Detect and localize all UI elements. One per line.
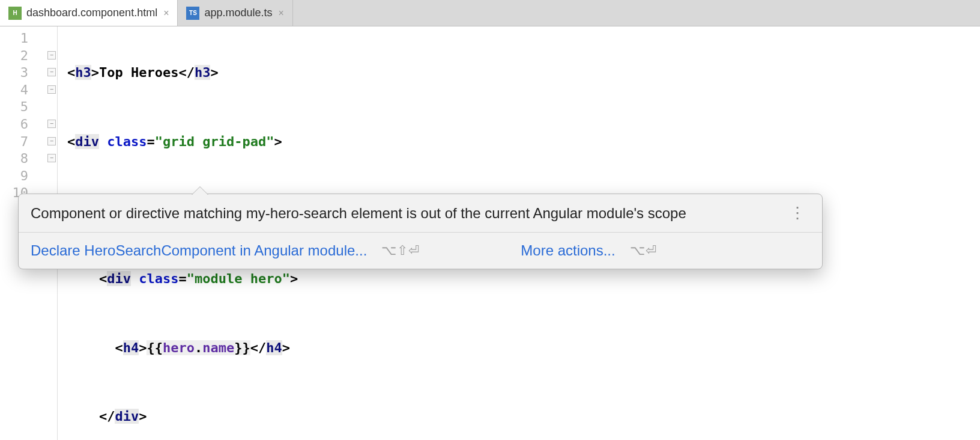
quote: " — [155, 134, 163, 149]
line-number: 2− — [0, 47, 57, 65]
popup-message: Component or directive matching my-hero-… — [31, 205, 686, 222]
tab-label: dashboard.component.html — [26, 7, 157, 19]
popup-arrow-icon — [192, 187, 208, 195]
tag-punct: > — [139, 409, 147, 424]
quote: " — [282, 271, 290, 286]
tab-bar: H dashboard.component.html × TS app.modu… — [0, 0, 980, 26]
tag-name: h4 — [266, 340, 282, 355]
expr-close: }} — [234, 340, 250, 355]
line-number: 6− — [0, 116, 57, 133]
fold-icon[interactable]: − — [47, 154, 56, 162]
expr-open: {{ — [147, 340, 163, 355]
tag-punct: < — [115, 340, 122, 355]
indent — [67, 271, 99, 286]
line-number: 1 — [0, 30, 57, 47]
code-line[interactable]: <h3>Top Heroes</h3> — [58, 64, 980, 82]
fold-icon[interactable]: − — [47, 85, 56, 94]
fold-icon[interactable]: − — [47, 68, 56, 76]
tag-punct: > — [91, 65, 99, 80]
editor-area: 1 2− 3− 4− 5 6− 7− 8− 9 10 <h3>Top Heroe… — [0, 26, 980, 440]
fold-icon[interactable]: − — [47, 51, 56, 60]
line-number: 8− — [0, 150, 57, 168]
close-icon[interactable]: × — [163, 8, 169, 19]
attr-val: grid grid-pad — [163, 134, 266, 149]
attr-val: module hero — [195, 271, 282, 286]
tab-dashboard-component-html[interactable]: H dashboard.component.html × — [0, 0, 178, 26]
code-line[interactable]: <div class="module hero"> — [58, 270, 980, 288]
tag-name: div — [115, 409, 139, 424]
tag-punct: < — [67, 134, 75, 149]
tab-label: app.module.ts — [204, 7, 272, 19]
tag-punct: > — [210, 65, 218, 80]
tag-name: h3 — [195, 65, 211, 80]
quote: " — [266, 134, 274, 149]
fold-icon[interactable]: − — [47, 120, 56, 128]
popup-actions: Declare HeroSearchComponent in Angular m… — [19, 233, 822, 269]
quote: " — [187, 271, 195, 286]
line-number: 3− — [0, 64, 57, 82]
more-options-icon[interactable]: ⋮ — [790, 204, 810, 222]
eq: = — [178, 271, 186, 286]
space — [99, 134, 107, 149]
space — [131, 271, 139, 286]
dot: . — [195, 340, 202, 355]
keyboard-shortcut: ⌥⏎ — [630, 243, 657, 258]
indent — [67, 409, 99, 424]
tag-punct: > — [290, 271, 298, 286]
tag-punct: > — [274, 134, 282, 149]
tag-punct: < — [99, 271, 107, 286]
popup-header: Component or directive matching my-hero-… — [19, 194, 822, 233]
inspection-popup: Component or directive matching my-hero-… — [18, 194, 823, 269]
tag-name: h4 — [123, 340, 139, 355]
keyboard-shortcut: ⌥⇧⏎ — [381, 243, 420, 258]
code-line[interactable]: <h4>{{hero.name}}</h4> — [58, 340, 980, 357]
eq: = — [147, 134, 154, 149]
expr-prop: name — [202, 340, 234, 355]
attr-name: class — [107, 134, 147, 149]
tag-punct: < — [67, 65, 75, 80]
tag-name: div — [75, 134, 99, 149]
more-actions-action[interactable]: More actions... — [521, 242, 615, 259]
text: Top Heroes — [99, 65, 178, 80]
tab-app-module-ts[interactable]: TS app.module.ts × — [178, 0, 292, 26]
html-file-icon: H — [8, 7, 22, 20]
tag-punct: > — [282, 340, 290, 355]
close-icon[interactable]: × — [279, 8, 284, 19]
indent — [67, 340, 115, 355]
attr-name: class — [139, 271, 178, 286]
expr-var: hero — [163, 340, 195, 355]
tag-punct: </ — [99, 409, 115, 424]
code-line[interactable]: </div> — [58, 408, 980, 426]
tag-name: h3 — [75, 65, 91, 80]
declare-component-action[interactable]: Declare HeroSearchComponent in Angular m… — [31, 242, 367, 259]
tag-name: div — [107, 271, 131, 286]
tag-punct: </ — [250, 340, 267, 355]
tag-punct: </ — [178, 65, 195, 80]
tag-punct: > — [139, 340, 147, 355]
fold-icon[interactable]: − — [47, 137, 56, 145]
line-number: 9 — [0, 168, 57, 185]
line-number: 4− — [0, 82, 57, 99]
line-number: 5 — [0, 99, 57, 116]
ts-file-icon: TS — [186, 7, 199, 20]
line-number: 7− — [0, 133, 57, 151]
code-line[interactable]: <div class="grid grid-pad"> — [58, 133, 980, 151]
